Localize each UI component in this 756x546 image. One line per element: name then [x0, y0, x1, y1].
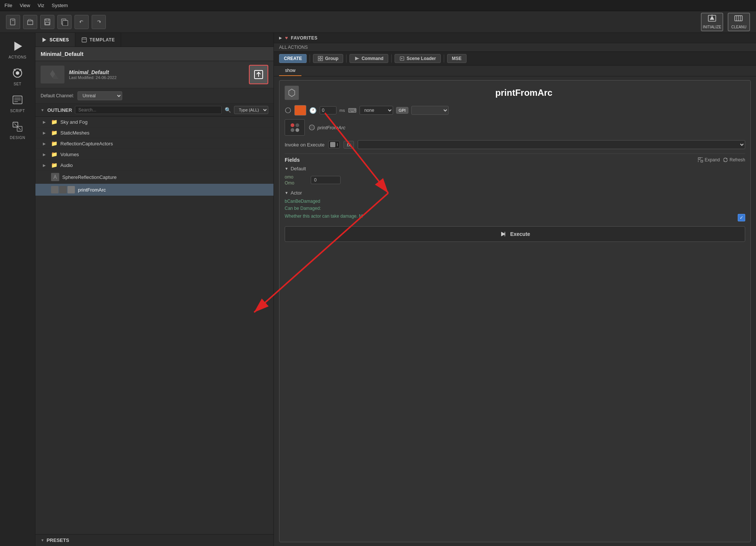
invoke-label: Invoke on Execute	[285, 142, 325, 148]
tree-item-sky[interactable]: ▶ 📁 Sky and Fog	[35, 117, 273, 127]
mse-button[interactable]: MSE	[447, 54, 466, 63]
tree-item-label: SphereReflectionCapture	[62, 174, 117, 180]
sidebar-design-label: DESIGN	[10, 136, 25, 140]
actor-check-row: Whether this actor can take damage. M ✓	[285, 214, 745, 222]
actor-section: ▼ Actor bCanBeDamaged Can be Damaged: Wh…	[285, 190, 745, 222]
svg-point-20	[14, 69, 16, 71]
channel-select[interactable]: Unreal	[78, 91, 122, 100]
sidebar-item-design[interactable]: DESIGN	[4, 117, 32, 142]
actor-field-info: bCanBeDamaged Can be Damaged:	[285, 199, 745, 212]
outliner-collapse-arrow[interactable]: ▼	[41, 108, 44, 112]
tree-item-audio[interactable]: ▶ 📁 Audio	[35, 160, 273, 171]
presets-section[interactable]: ▼ PRESETS	[35, 534, 273, 546]
initialize-button[interactable]: INITIALIZE	[701, 13, 723, 31]
svg-point-46	[285, 108, 291, 113]
menu-view[interactable]: View	[20, 3, 30, 8]
svg-marker-11	[710, 16, 714, 20]
presets-arrow: ▼	[41, 538, 44, 542]
favorites-label: FAVORITES	[291, 35, 318, 41]
expand-arrow: ▶	[43, 131, 48, 135]
fields-actions: Expand Refresh	[698, 157, 745, 162]
cleanup-button[interactable]: CLEANU	[728, 13, 750, 31]
refresh-label: Refresh	[730, 157, 745, 162]
gpi-dropdown[interactable]	[411, 106, 449, 115]
cleanup-label: CLEANU	[731, 25, 747, 29]
action-dots	[291, 123, 299, 132]
folder-icon: 📁	[51, 130, 57, 136]
gpi-select[interactable]: none	[360, 106, 393, 115]
folder-icon: 📁	[51, 119, 57, 125]
channel-row: Default Channel: Unreal	[35, 88, 273, 104]
tree-item-label: Sky and Fog	[60, 119, 88, 125]
execute-button[interactable]: Execute	[285, 226, 745, 242]
group-icon	[318, 56, 323, 61]
save-button[interactable]	[40, 15, 54, 29]
svg-rect-30	[82, 38, 86, 42]
group-button[interactable]: Group	[313, 54, 343, 63]
scene-item: Minimal_Default Last Modified: 24-06-202…	[35, 61, 273, 88]
main-layout: ACTIONS SET SCRIPT	[0, 33, 756, 546]
scene-loader-icon	[399, 56, 405, 61]
svg-point-19	[16, 71, 19, 75]
save-as-button[interactable]	[57, 15, 72, 29]
redo-button[interactable]	[92, 15, 106, 29]
favorites-bar: ▶ ♥ FAVORITES	[274, 33, 756, 43]
tree-item-printfromarc[interactable]: ▶ printFromArc	[35, 184, 273, 196]
svg-rect-49	[701, 160, 703, 162]
menu-file[interactable]: File	[4, 3, 12, 8]
tree-item-reflection[interactable]: ▶ 📁 ReflectionCaptureActors	[35, 138, 273, 149]
expand-button[interactable]: Expand	[698, 157, 720, 162]
show-tab[interactable]: show	[279, 66, 301, 76]
create-button[interactable]: CREATE	[279, 54, 307, 63]
outliner-header: ▼ OUTLINER 🔍 Type (ALL)	[35, 104, 273, 117]
icon-sidebar: ACTIONS SET SCRIPT	[0, 33, 35, 546]
fx-button[interactable]: fx	[344, 141, 354, 149]
scene-upload-button[interactable]	[249, 65, 268, 84]
actor-field-main-label: Can be Damaged:	[285, 206, 745, 211]
tree-item-staticmeshes[interactable]: ▶ 📁 StaticMeshes	[35, 127, 273, 138]
menu-viz[interactable]: Viz	[38, 3, 44, 8]
time-input[interactable]	[320, 106, 336, 114]
toggle-dot	[330, 142, 335, 147]
can-be-damaged-checkbox[interactable]: ✓	[738, 214, 745, 221]
fields-header: Fields Expand	[285, 157, 745, 163]
color-swatch[interactable]	[294, 105, 306, 116]
expand-arrow: ▶	[43, 120, 48, 124]
fx-dropdown[interactable]	[358, 140, 745, 149]
favorites-arrow[interactable]: ▶	[279, 36, 282, 40]
command-button[interactable]: Command	[349, 54, 388, 63]
new-button[interactable]	[6, 15, 20, 29]
sidebar-item-script[interactable]: SCRIPT	[4, 90, 32, 116]
all-actions-bar: ALL ACTIONS	[274, 43, 756, 52]
expand-icon	[698, 157, 703, 162]
tree-item-volumes[interactable]: ▶ 📁 Volumes	[35, 149, 273, 160]
actor-field-label-id: bCanBeDamaged	[285, 199, 745, 204]
section-header-actor: ▼ Actor	[285, 190, 745, 196]
scene-loader-button[interactable]: Scene Loader	[395, 54, 441, 63]
default-section: ▼ Default omo Omo	[285, 166, 745, 186]
undo-button[interactable]	[75, 15, 89, 29]
sidebar-item-set[interactable]: SET	[4, 63, 32, 89]
tree-item-label: printFromArc	[78, 187, 106, 193]
refresh-button[interactable]: Refresh	[723, 157, 745, 162]
tree-item-sphere[interactable]: ▶ SphereReflectionCapture	[35, 171, 273, 184]
tab-scenes[interactable]: SCENES	[35, 33, 75, 47]
field-row-omo: omo Omo	[285, 174, 745, 186]
tab-template[interactable]: TEMPLATE	[75, 33, 121, 47]
content-area: SCENES TEMPLATE Minimal_Default	[35, 33, 756, 546]
sidebar-actions-label: ACTIONS	[9, 55, 26, 59]
sidebar-item-actions[interactable]: ACTIONS	[4, 37, 32, 62]
invoke-toggle[interactable]: I	[328, 141, 340, 148]
clock-icon: 🕐	[309, 107, 317, 114]
command-panel: printFromArc 🕐 ms ⌨ none GPI	[279, 80, 751, 542]
execute-icon	[500, 230, 507, 238]
outliner-search-input[interactable]	[75, 106, 222, 114]
open-button[interactable]	[23, 15, 37, 29]
actor-field-desc: Whether this actor can take damage. M	[285, 214, 738, 219]
menu-system[interactable]: System	[52, 3, 68, 8]
svg-rect-38	[321, 56, 323, 58]
type-filter-select[interactable]: Type (ALL)	[234, 106, 268, 114]
omo-input[interactable]	[311, 176, 341, 184]
multi-thumb	[51, 186, 75, 193]
show-tab-label: show	[285, 68, 295, 73]
